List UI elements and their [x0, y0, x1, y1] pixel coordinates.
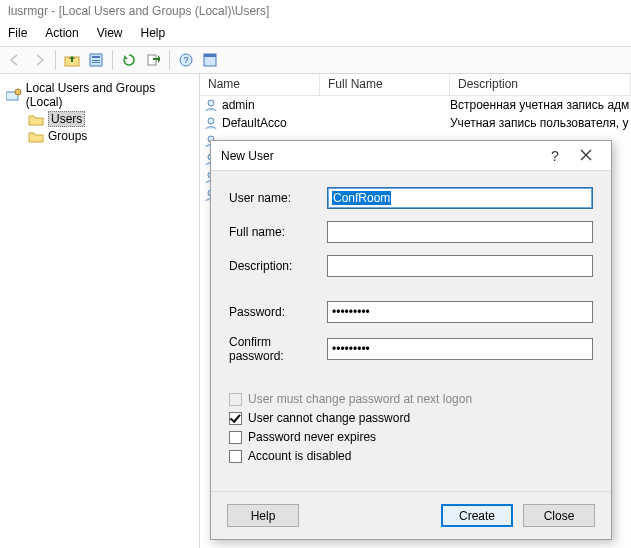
- tree-pane: Local Users and Groups (Local) Users Gro…: [0, 74, 200, 548]
- col-description[interactable]: Description: [450, 74, 631, 95]
- confirm-password-field[interactable]: [327, 338, 593, 360]
- help-icon[interactable]: ?: [175, 49, 197, 71]
- cell-name: admin: [222, 98, 255, 112]
- view-list-icon[interactable]: [199, 49, 221, 71]
- menu-file[interactable]: File: [8, 26, 27, 44]
- username-field[interactable]: ConfRoom: [327, 187, 593, 209]
- dialog-help-icon[interactable]: ?: [541, 148, 569, 164]
- user-icon: [204, 116, 218, 130]
- help-button[interactable]: Help: [227, 504, 299, 527]
- fullname-field[interactable]: [327, 221, 593, 243]
- toolbar: ?: [0, 46, 631, 74]
- svg-rect-4: [92, 62, 100, 63]
- description-field[interactable]: [327, 255, 593, 277]
- checkbox-never-expire[interactable]: [229, 431, 242, 444]
- menu-help[interactable]: Help: [141, 26, 166, 44]
- menu-view[interactable]: View: [97, 26, 123, 44]
- user-icon: [204, 98, 218, 112]
- dialog-titlebar: New User ?: [211, 141, 611, 171]
- new-user-dialog: New User ? User name: ConfRoom Full name…: [210, 140, 612, 540]
- window-titlebar: lusrmgr - [Local Users and Groups (Local…: [0, 0, 631, 24]
- create-button[interactable]: Create: [441, 504, 513, 527]
- tree-groups[interactable]: Groups: [26, 128, 195, 144]
- cell-description: Встроенная учетная запись адм: [450, 98, 631, 112]
- svg-rect-3: [92, 60, 100, 61]
- label-cannot-change: User cannot change password: [248, 411, 410, 425]
- svg-point-12: [208, 100, 214, 106]
- label-disabled: Account is disabled: [248, 449, 351, 463]
- checkbox-cannot-change[interactable]: [229, 412, 242, 425]
- list-header: Name Full Name Description: [200, 74, 631, 96]
- forward-icon: [28, 49, 50, 71]
- properties-icon[interactable]: [85, 49, 107, 71]
- label-confirm: Confirm password:: [229, 335, 327, 363]
- folder-icon: [28, 113, 44, 126]
- label-description: Description:: [229, 259, 327, 273]
- svg-point-13: [208, 118, 214, 124]
- svg-rect-2: [92, 56, 100, 58]
- tree-users[interactable]: Users: [26, 110, 195, 128]
- tree-root-label: Local Users and Groups (Local): [26, 81, 193, 109]
- table-row[interactable]: DefaultAccoУчетная запись пользователя, …: [200, 114, 631, 132]
- table-row[interactable]: adminВстроенная учетная запись адм: [200, 96, 631, 114]
- close-button[interactable]: Close: [523, 504, 595, 527]
- tree-root[interactable]: Local Users and Groups (Local): [4, 80, 195, 110]
- export-icon[interactable]: [142, 49, 164, 71]
- col-name[interactable]: Name: [200, 74, 320, 95]
- label-password: Password:: [229, 305, 327, 319]
- col-fullname[interactable]: Full Name: [320, 74, 450, 95]
- password-field[interactable]: [327, 301, 593, 323]
- cell-name: DefaultAcco: [222, 116, 287, 130]
- refresh-icon[interactable]: [118, 49, 140, 71]
- checkbox-must-change: [229, 393, 242, 406]
- mmc-root-icon: [6, 88, 22, 102]
- app-name: lusrmgr: [8, 4, 48, 18]
- svg-text:?: ?: [183, 55, 188, 65]
- label-must-change: User must change password at next logon: [248, 392, 472, 406]
- dialog-title: New User: [221, 149, 541, 163]
- back-icon: [4, 49, 26, 71]
- label-username: User name:: [229, 191, 327, 205]
- menu-action[interactable]: Action: [45, 26, 78, 44]
- tree-groups-label: Groups: [48, 129, 87, 143]
- menubar: File Action View Help: [0, 24, 631, 46]
- tree-users-label: Users: [48, 111, 85, 127]
- close-icon[interactable]: [569, 148, 603, 164]
- window-path: [Local Users and Groups (Local)\Users]: [59, 4, 270, 18]
- svg-rect-9: [204, 54, 216, 57]
- folder-icon: [28, 130, 44, 143]
- checkbox-disabled[interactable]: [229, 450, 242, 463]
- cell-description: Учетная запись пользователя, у: [450, 116, 631, 130]
- label-never-expire: Password never expires: [248, 430, 376, 444]
- up-folder-icon[interactable]: [61, 49, 83, 71]
- label-fullname: Full name:: [229, 225, 327, 239]
- svg-point-11: [15, 89, 21, 95]
